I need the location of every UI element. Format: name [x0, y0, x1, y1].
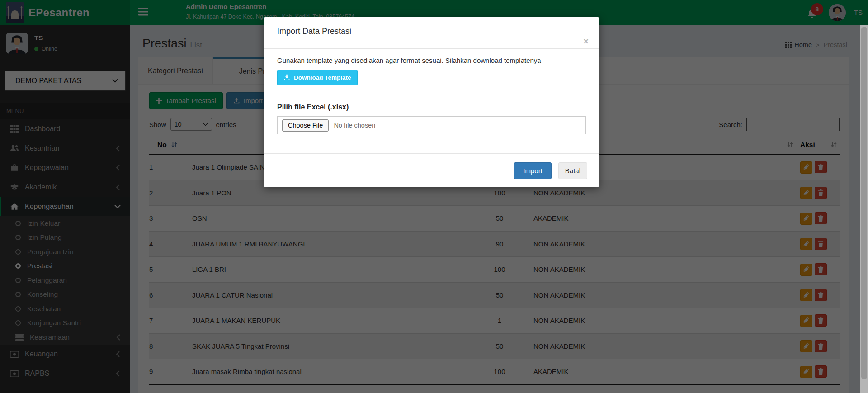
download-template-label: Download Template	[294, 74, 351, 81]
import-modal: Import Data Prestasi × Gunakan template …	[264, 17, 599, 187]
file-input[interactable]: Choose File No file chosen	[277, 116, 586, 134]
cancel-button[interactable]: Batal	[558, 162, 587, 179]
import-submit-button[interactable]: Import	[514, 162, 552, 179]
download-icon	[283, 74, 290, 81]
scrollbar-thumb[interactable]	[861, 27, 867, 379]
file-input-label: Pilih file Excel (.xlsx)	[277, 103, 586, 111]
no-file-chosen-text: No file chosen	[334, 122, 375, 129]
page-scrollbar[interactable]	[860, 25, 868, 393]
download-template-button[interactable]: Download Template	[277, 70, 358, 85]
close-icon[interactable]: ×	[583, 37, 589, 46]
modal-instruction: Gunakan template yang disediakan agar fo…	[277, 57, 586, 64]
choose-file-button[interactable]: Choose File	[282, 119, 329, 132]
modal-title: Import Data Prestasi	[277, 27, 586, 36]
